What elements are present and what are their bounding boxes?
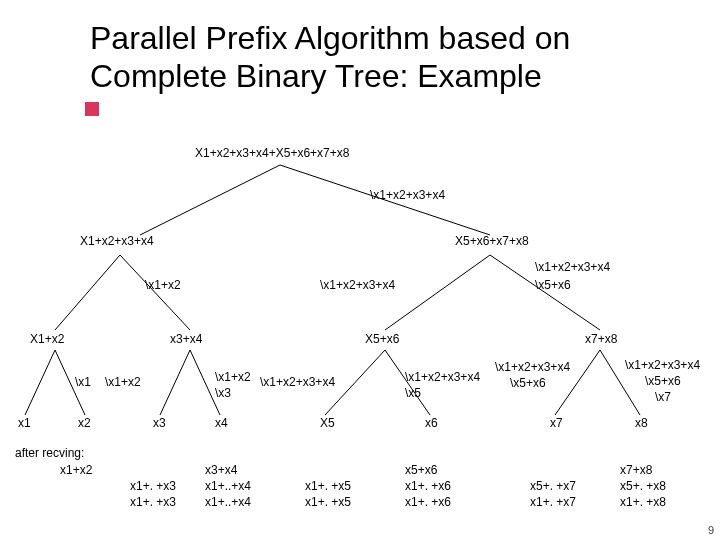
svg-line-2	[55, 255, 120, 330]
node-l3-lr: x3+x4	[170, 332, 202, 346]
after-c1: x1+x2	[60, 462, 92, 478]
back-leaf-7b: \x5+x6	[645, 374, 681, 388]
back-leaf-2: \x1+x2	[105, 375, 141, 389]
after-c5: x5+x6 x1+. +x6 x1+. +x6	[405, 462, 451, 511]
tree-edges	[0, 0, 720, 540]
leaf-x6: x6	[425, 416, 438, 430]
back-leaf-1: \x1	[75, 375, 91, 389]
after-c6: x5+. +x7 x1+. +x7	[530, 478, 576, 510]
back-leaf-6b: \x5+x6	[510, 376, 546, 390]
leaf-x7: x7	[550, 416, 563, 430]
leaf-x4: x4	[215, 416, 228, 430]
node-l3-rr: x7+x8	[585, 332, 617, 346]
node-l3-ll: X1+x2	[30, 332, 64, 346]
back-leaf-6a: \x1+x2+x3+x4	[495, 360, 570, 374]
svg-line-3	[120, 255, 190, 330]
node-root: X1+x2+x3+x4+X5+x6+x7+x8	[195, 146, 349, 160]
back-leaf-5a: \x1+x2+x3+x4	[405, 370, 480, 384]
back-l2-right: \x1+x2+x3+x4	[535, 260, 610, 274]
node-l3-rl: X5+x6	[365, 332, 399, 346]
back-l3-lr: \x1+x2+x3+x4	[320, 278, 395, 292]
after-c2: x1+. +x3 x1+. +x3	[130, 478, 176, 510]
back-leaf-7a: \x1+x2+x3+x4	[625, 358, 700, 372]
leaf-x1: x1	[18, 416, 31, 430]
svg-line-8	[160, 350, 190, 415]
back-leaf-4: \x1+x2+x3+x4	[260, 375, 335, 389]
leaf-x2: x2	[78, 416, 91, 430]
node-l2-left: X1+x2+x3+x4	[80, 234, 154, 248]
back-leaf-3b: \x3	[215, 386, 231, 400]
node-l2-right: X5+x6+x7+x8	[455, 234, 529, 248]
back-l3-rl1: \x5+x6	[535, 278, 571, 292]
leaf-x3: x3	[153, 416, 166, 430]
page-number: 9	[708, 524, 714, 536]
after-c4: x1+. +x5 x1+. +x5	[305, 478, 351, 510]
after-c7: x7+x8 x5+. +x8 x1+. +x8	[620, 462, 666, 511]
back-l3-ll: \x1+x2	[145, 278, 181, 292]
back-root: \x1+x2+x3+x4	[370, 188, 445, 202]
back-leaf-7c: \x7	[655, 390, 671, 404]
svg-line-4	[385, 255, 490, 330]
svg-line-6	[25, 350, 55, 415]
after-title: after recving:	[15, 445, 84, 461]
leaf-x8: x8	[635, 416, 648, 430]
back-leaf-5b: \x5	[405, 386, 421, 400]
svg-line-0	[140, 165, 280, 235]
after-c3: x3+x4 x1+..+x4 x1+..+x4	[205, 462, 251, 511]
back-leaf-3a: \x1+x2	[215, 370, 251, 384]
leaf-X5: X5	[320, 416, 335, 430]
